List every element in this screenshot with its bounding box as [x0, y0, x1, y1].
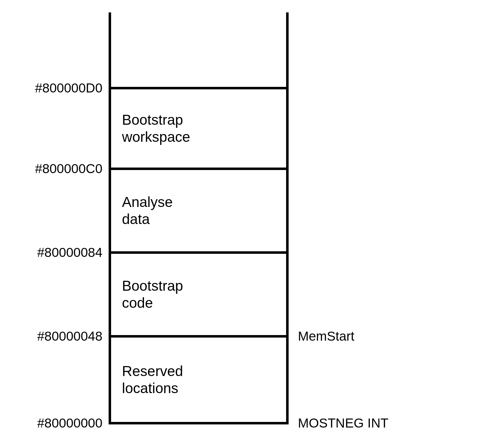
address-label: #80000084 [37, 245, 102, 260]
address-label: #80000000 [37, 416, 102, 431]
region-top-open [111, 12, 286, 87]
region-label-line: Bootstrap [122, 111, 278, 128]
region-label-line: data [122, 211, 278, 228]
region-label-line: locations [122, 380, 278, 397]
region-label-line: Analyse [122, 194, 278, 211]
region-analyse-data: Analyse data [111, 168, 286, 251]
region-label-line: code [122, 294, 278, 311]
memory-map-diagram: Bootstrap workspace Analyse data Bootstr… [12, 12, 469, 436]
address-label: #800000D0 [35, 81, 102, 96]
region-bootstrap-workspace: Bootstrap workspace [111, 87, 286, 168]
region-label-line: Bootstrap [122, 277, 278, 294]
right-label-memstart: MemStart [298, 329, 354, 344]
address-label: #80000048 [37, 329, 102, 344]
region-bootstrap-code: Bootstrap code [111, 251, 286, 335]
region-reserved-locations: Reserved locations [111, 335, 286, 422]
memory-column: Bootstrap workspace Analyse data Bootstr… [109, 12, 289, 424]
right-label-mostneg: MOSTNEG INT [298, 416, 389, 431]
region-label-line: workspace [122, 128, 278, 146]
region-label-line: Reserved [122, 363, 278, 380]
address-label: #800000C0 [35, 161, 102, 176]
